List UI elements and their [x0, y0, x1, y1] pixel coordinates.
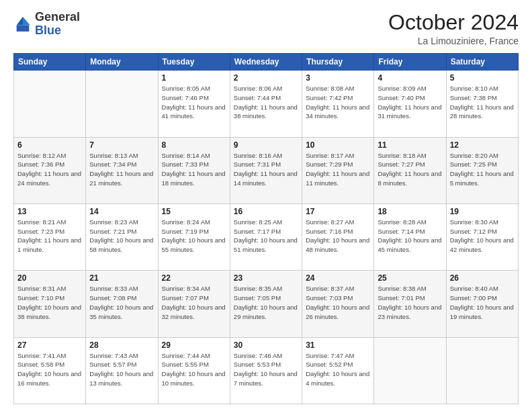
col-wednesday: Wednesday — [230, 54, 302, 71]
day-number: 17 — [306, 207, 370, 216]
day-info: Sunrise: 8:27 AM Sunset: 7:16 PM Dayligh… — [306, 218, 370, 255]
table-row: 10Sunrise: 8:17 AM Sunset: 7:29 PM Dayli… — [302, 137, 374, 203]
day-info: Sunrise: 8:17 AM Sunset: 7:29 PM Dayligh… — [306, 151, 370, 188]
table-row: 19Sunrise: 8:30 AM Sunset: 7:12 PM Dayli… — [446, 203, 518, 270]
title-block: October 2024 La Limouziniere, France — [388, 11, 519, 46]
day-info: Sunrise: 8:37 AM Sunset: 7:03 PM Dayligh… — [306, 284, 370, 321]
day-number: 8 — [162, 140, 226, 150]
logo: General Blue — [13, 11, 80, 38]
table-row: 23Sunrise: 8:35 AM Sunset: 7:05 PM Dayli… — [230, 271, 302, 337]
day-info: Sunrise: 8:38 AM Sunset: 7:01 PM Dayligh… — [378, 284, 442, 321]
day-number: 24 — [306, 273, 370, 283]
day-number: 20 — [17, 273, 82, 283]
day-info: Sunrise: 8:20 AM Sunset: 7:25 PM Dayligh… — [450, 151, 515, 188]
calendar-header-row: Sunday Monday Tuesday Wednesday Thursday… — [14, 54, 519, 71]
day-number: 13 — [17, 207, 82, 216]
day-number: 26 — [450, 273, 515, 283]
svg-marker-1 — [23, 17, 30, 25]
calendar-week-row: 1Sunrise: 8:05 AM Sunset: 7:46 PM Daylig… — [14, 71, 519, 137]
day-info: Sunrise: 8:23 AM Sunset: 7:21 PM Dayligh… — [89, 218, 154, 255]
table-row: 20Sunrise: 8:31 AM Sunset: 7:10 PM Dayli… — [14, 271, 86, 337]
day-number: 6 — [17, 140, 82, 150]
day-info: Sunrise: 7:46 AM Sunset: 5:53 PM Dayligh… — [234, 351, 298, 388]
table-row: 25Sunrise: 8:38 AM Sunset: 7:01 PM Dayli… — [374, 271, 446, 337]
table-row — [446, 337, 518, 404]
table-row: 22Sunrise: 8:34 AM Sunset: 7:07 PM Dayli… — [158, 271, 230, 337]
day-info: Sunrise: 8:33 AM Sunset: 7:08 PM Dayligh… — [89, 284, 154, 321]
table-row — [86, 71, 158, 137]
col-saturday: Saturday — [446, 54, 518, 71]
table-row: 12Sunrise: 8:20 AM Sunset: 7:25 PM Dayli… — [446, 137, 518, 203]
logo-text: General Blue — [35, 11, 80, 38]
generalblue-logo-icon — [13, 15, 32, 34]
table-row: 17Sunrise: 8:27 AM Sunset: 7:16 PM Dayli… — [302, 203, 374, 270]
day-info: Sunrise: 8:21 AM Sunset: 7:23 PM Dayligh… — [17, 218, 82, 255]
svg-marker-2 — [17, 17, 23, 25]
day-info: Sunrise: 8:06 AM Sunset: 7:44 PM Dayligh… — [234, 84, 298, 121]
day-number: 25 — [378, 273, 442, 283]
day-number: 21 — [89, 273, 154, 283]
day-info: Sunrise: 8:13 AM Sunset: 7:34 PM Dayligh… — [89, 151, 154, 188]
day-number: 4 — [378, 73, 442, 83]
table-row: 14Sunrise: 8:23 AM Sunset: 7:21 PM Dayli… — [86, 203, 158, 270]
day-info: Sunrise: 7:47 AM Sunset: 5:52 PM Dayligh… — [306, 351, 370, 388]
day-number: 28 — [89, 340, 154, 350]
day-number: 2 — [234, 73, 298, 83]
table-row: 6Sunrise: 8:12 AM Sunset: 7:36 PM Daylig… — [14, 137, 86, 203]
day-info: Sunrise: 8:12 AM Sunset: 7:36 PM Dayligh… — [17, 151, 82, 188]
calendar: Sunday Monday Tuesday Wednesday Thursday… — [13, 53, 519, 404]
day-info: Sunrise: 8:25 AM Sunset: 7:17 PM Dayligh… — [234, 218, 298, 255]
day-number: 10 — [306, 140, 370, 150]
table-row: 9Sunrise: 8:16 AM Sunset: 7:31 PM Daylig… — [230, 137, 302, 203]
col-thursday: Thursday — [302, 54, 374, 71]
day-number: 23 — [234, 273, 298, 283]
col-friday: Friday — [374, 54, 446, 71]
day-info: Sunrise: 8:18 AM Sunset: 7:27 PM Dayligh… — [378, 151, 442, 188]
logo-blue: Blue — [35, 24, 61, 37]
svg-rect-3 — [17, 25, 30, 31]
calendar-week-row: 27Sunrise: 7:41 AM Sunset: 5:58 PM Dayli… — [14, 337, 519, 404]
table-row: 2Sunrise: 8:06 AM Sunset: 7:44 PM Daylig… — [230, 71, 302, 137]
day-info: Sunrise: 8:31 AM Sunset: 7:10 PM Dayligh… — [17, 284, 82, 321]
table-row: 26Sunrise: 8:40 AM Sunset: 7:00 PM Dayli… — [446, 271, 518, 337]
day-number: 15 — [162, 207, 226, 216]
table-row: 16Sunrise: 8:25 AM Sunset: 7:17 PM Dayli… — [230, 203, 302, 270]
table-row: 30Sunrise: 7:46 AM Sunset: 5:53 PM Dayli… — [230, 337, 302, 404]
table-row: 5Sunrise: 8:10 AM Sunset: 7:38 PM Daylig… — [446, 71, 518, 137]
table-row: 18Sunrise: 8:28 AM Sunset: 7:14 PM Dayli… — [374, 203, 446, 270]
location: La Limouziniere, France — [388, 36, 519, 46]
col-monday: Monday — [86, 54, 158, 71]
calendar-week-row: 13Sunrise: 8:21 AM Sunset: 7:23 PM Dayli… — [14, 203, 519, 270]
day-number: 12 — [450, 140, 515, 150]
table-row: 7Sunrise: 8:13 AM Sunset: 7:34 PM Daylig… — [86, 137, 158, 203]
day-info: Sunrise: 8:40 AM Sunset: 7:00 PM Dayligh… — [450, 284, 515, 321]
table-row: 31Sunrise: 7:47 AM Sunset: 5:52 PM Dayli… — [302, 337, 374, 404]
table-row: 1Sunrise: 8:05 AM Sunset: 7:46 PM Daylig… — [158, 71, 230, 137]
table-row: 11Sunrise: 8:18 AM Sunset: 7:27 PM Dayli… — [374, 137, 446, 203]
table-row: 21Sunrise: 8:33 AM Sunset: 7:08 PM Dayli… — [86, 271, 158, 337]
day-number: 9 — [234, 140, 298, 150]
day-number: 1 — [162, 73, 226, 83]
table-row: 29Sunrise: 7:44 AM Sunset: 5:55 PM Dayli… — [158, 337, 230, 404]
day-info: Sunrise: 8:09 AM Sunset: 7:40 PM Dayligh… — [378, 84, 442, 121]
day-number: 7 — [89, 140, 154, 150]
day-info: Sunrise: 8:16 AM Sunset: 7:31 PM Dayligh… — [234, 151, 298, 188]
table-row: 3Sunrise: 8:08 AM Sunset: 7:42 PM Daylig… — [302, 71, 374, 137]
month-title: October 2024 — [388, 11, 519, 34]
logo-general: General — [35, 10, 80, 24]
table-row: 13Sunrise: 8:21 AM Sunset: 7:23 PM Dayli… — [14, 203, 86, 270]
day-info: Sunrise: 8:28 AM Sunset: 7:14 PM Dayligh… — [378, 218, 442, 255]
day-number: 5 — [450, 73, 515, 83]
day-info: Sunrise: 8:24 AM Sunset: 7:19 PM Dayligh… — [162, 218, 226, 255]
day-info: Sunrise: 8:34 AM Sunset: 7:07 PM Dayligh… — [162, 284, 226, 321]
table-row: 4Sunrise: 8:09 AM Sunset: 7:40 PM Daylig… — [374, 71, 446, 137]
day-info: Sunrise: 8:05 AM Sunset: 7:46 PM Dayligh… — [162, 84, 226, 121]
calendar-week-row: 20Sunrise: 8:31 AM Sunset: 7:10 PM Dayli… — [14, 271, 519, 337]
table-row: 8Sunrise: 8:14 AM Sunset: 7:33 PM Daylig… — [158, 137, 230, 203]
day-number: 31 — [306, 340, 370, 350]
day-number: 18 — [378, 207, 442, 216]
table-row — [14, 71, 86, 137]
day-number: 3 — [306, 73, 370, 83]
day-info: Sunrise: 8:35 AM Sunset: 7:05 PM Dayligh… — [234, 284, 298, 321]
day-number: 19 — [450, 207, 515, 216]
